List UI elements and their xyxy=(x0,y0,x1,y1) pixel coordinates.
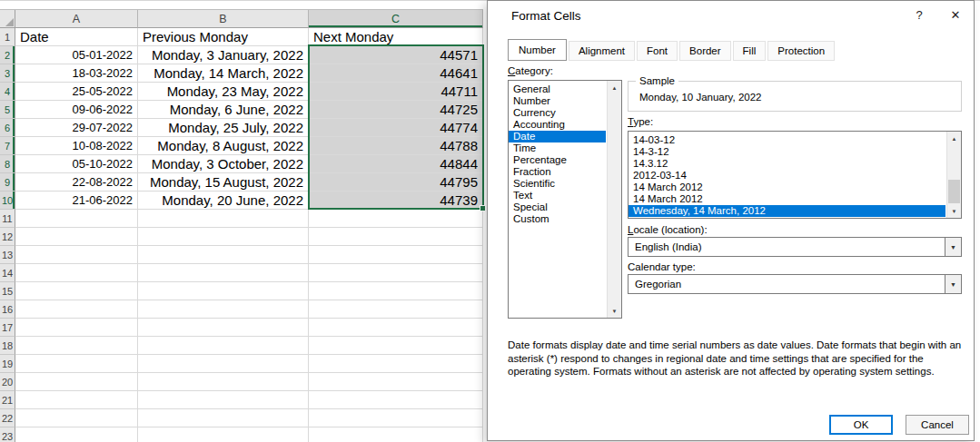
cell-C12[interactable] xyxy=(309,228,483,246)
tab-alignment[interactable]: Alignment xyxy=(569,41,635,61)
cell-C11[interactable] xyxy=(309,210,483,228)
category-item-general[interactable]: General xyxy=(509,83,606,95)
row-header-16[interactable]: 16 xyxy=(0,300,15,319)
cell-B18[interactable] xyxy=(138,337,309,355)
category-item-accounting[interactable]: Accounting xyxy=(509,119,606,131)
cell-A3[interactable]: 18-03-2022 xyxy=(15,64,138,83)
cell-A14[interactable] xyxy=(15,264,138,282)
cell-B23[interactable] xyxy=(138,427,309,442)
category-item-scientific[interactable]: Scientific xyxy=(509,178,606,190)
type-item-4[interactable]: 14 March 2012 xyxy=(629,182,945,193)
cell-C10[interactable]: 44739 xyxy=(309,192,483,210)
cell-B12[interactable] xyxy=(138,228,309,246)
cell-C16[interactable] xyxy=(309,300,483,319)
cell-B16[interactable] xyxy=(138,300,309,319)
cell-B14[interactable] xyxy=(138,264,309,282)
cell-A15[interactable] xyxy=(15,282,138,300)
cell-A1[interactable]: Date xyxy=(15,28,138,46)
category-scrollbar[interactable]: ▲ ▼ xyxy=(607,81,621,318)
cell-C17[interactable] xyxy=(309,319,483,337)
type-scrollbar[interactable]: ▲ ▼ xyxy=(946,132,961,218)
cell-B6[interactable]: Monday, 25 July, 2022 xyxy=(138,119,309,137)
help-button[interactable]: ? xyxy=(901,1,937,28)
cell-C23[interactable] xyxy=(309,427,483,442)
cell-A23[interactable] xyxy=(15,427,138,442)
row-header-14[interactable]: 14 xyxy=(0,264,15,282)
cell-A20[interactable] xyxy=(15,373,138,391)
cell-C8[interactable]: 44844 xyxy=(309,155,483,173)
cell-B4[interactable]: Monday, 23 May, 2022 xyxy=(138,83,309,101)
cell-B13[interactable] xyxy=(138,246,309,264)
scrollbar-thumb[interactable] xyxy=(948,180,960,203)
cell-B15[interactable] xyxy=(138,282,309,300)
category-item-custom[interactable]: Custom xyxy=(509,213,606,225)
tab-fill[interactable]: Fill xyxy=(733,41,767,61)
cell-C20[interactable] xyxy=(309,373,483,391)
scroll-up-icon[interactable]: ▲ xyxy=(947,132,961,145)
row-header-19[interactable]: 19 xyxy=(0,355,15,373)
row-header-4[interactable]: 4 xyxy=(0,83,15,101)
dropdown-arrow-icon[interactable]: ▼ xyxy=(945,238,961,256)
cell-A5[interactable]: 09-06-2022 xyxy=(15,101,138,119)
cell-B1[interactable]: Previous Monday xyxy=(138,28,309,46)
category-list[interactable]: GeneralNumberCurrencyAccountingDateTimeP… xyxy=(508,80,622,319)
row-header-11[interactable]: 11 xyxy=(0,210,15,228)
cell-B19[interactable] xyxy=(138,355,309,373)
close-button[interactable]: ✕ xyxy=(937,1,974,28)
row-header-22[interactable]: 22 xyxy=(0,409,15,427)
category-item-number[interactable]: Number xyxy=(509,95,606,107)
cell-A12[interactable] xyxy=(15,228,138,246)
category-item-currency[interactable]: Currency xyxy=(509,107,606,119)
cell-A18[interactable] xyxy=(15,337,138,355)
select-all-corner[interactable] xyxy=(0,10,15,28)
type-item-5[interactable]: 14 March 2012 xyxy=(629,193,945,205)
type-item-3[interactable]: 2012-03-14 xyxy=(629,170,945,182)
cell-A10[interactable]: 21-06-2022 xyxy=(15,192,138,210)
cell-C3[interactable]: 44641 xyxy=(309,64,483,83)
cell-B10[interactable]: Monday, 20 June, 2022 xyxy=(138,192,309,210)
cell-C1[interactable]: Next Monday xyxy=(309,28,483,46)
cell-C22[interactable] xyxy=(309,409,483,427)
cell-A11[interactable] xyxy=(15,210,138,228)
tab-font[interactable]: Font xyxy=(637,41,678,61)
cell-B21[interactable] xyxy=(138,391,309,409)
cell-A17[interactable] xyxy=(15,319,138,337)
cell-B8[interactable]: Monday, 3 October, 2022 xyxy=(138,155,309,173)
cell-A21[interactable] xyxy=(15,391,138,409)
cell-C9[interactable]: 44795 xyxy=(309,173,483,192)
row-header-3[interactable]: 3 xyxy=(0,64,15,83)
cell-B2[interactable]: Monday, 3 January, 2022 xyxy=(138,46,309,64)
cell-A7[interactable]: 10-08-2022 xyxy=(15,137,138,155)
cell-C15[interactable] xyxy=(309,282,483,300)
dialog-titlebar[interactable]: Format Cells ? ✕ xyxy=(488,1,974,30)
row-header-5[interactable]: 5 xyxy=(0,101,15,119)
category-item-fraction[interactable]: Fraction xyxy=(509,166,606,178)
row-header-9[interactable]: 9 xyxy=(0,173,15,192)
scroll-down-icon[interactable]: ▼ xyxy=(608,304,621,318)
cell-C18[interactable] xyxy=(309,337,483,355)
cell-A13[interactable] xyxy=(15,246,138,264)
row-header-10[interactable]: 10 xyxy=(0,192,15,210)
cell-B20[interactable] xyxy=(138,373,309,391)
row-header-20[interactable]: 20 xyxy=(0,373,15,391)
cell-B3[interactable]: Monday, 14 March, 2022 xyxy=(138,64,309,83)
category-item-date[interactable]: Date xyxy=(509,131,606,142)
tab-number[interactable]: Number xyxy=(508,39,567,61)
cell-B22[interactable] xyxy=(138,409,309,427)
category-item-special[interactable]: Special xyxy=(509,201,606,213)
cell-A8[interactable]: 05-10-2022 xyxy=(15,155,138,173)
dropdown-arrow-icon[interactable]: ▼ xyxy=(945,275,961,293)
cell-C21[interactable] xyxy=(309,391,483,409)
row-header-13[interactable]: 13 xyxy=(0,246,15,264)
cell-C7[interactable]: 44788 xyxy=(309,137,483,155)
cell-A6[interactable]: 29-07-2022 xyxy=(15,119,138,137)
cell-C13[interactable] xyxy=(309,246,483,264)
type-item-6[interactable]: Wednesday, 14 March, 2012 xyxy=(629,205,945,217)
type-item-2[interactable]: 14.3.12 xyxy=(629,158,945,170)
cell-C19[interactable] xyxy=(309,355,483,373)
cancel-button[interactable]: Cancel xyxy=(906,415,969,435)
type-item-1[interactable]: 14-3-12 xyxy=(629,146,945,158)
cell-C4[interactable]: 44711 xyxy=(309,83,483,101)
row-header-15[interactable]: 15 xyxy=(0,282,15,300)
category-item-text[interactable]: Text xyxy=(509,190,606,201)
